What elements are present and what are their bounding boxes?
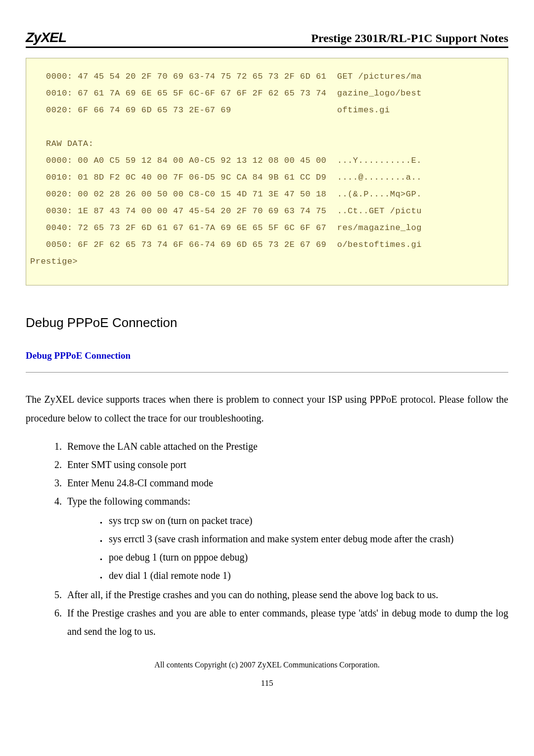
step-item: If the Prestige crashes and you are able… xyxy=(64,604,508,641)
document-title: Prestige 2301R/RL-P1C Support Notes xyxy=(311,32,508,45)
section-heading: Debug PPPoE Connection xyxy=(26,315,508,331)
page-container: ZyXEL Prestige 2301R/RL-P1C Support Note… xyxy=(0,0,534,708)
step-item: Remove the LAN cable attached on the Pre… xyxy=(64,437,508,456)
page-number: 115 xyxy=(26,678,508,688)
step-item: Enter SMT using console port xyxy=(64,456,508,474)
page-header: ZyXEL Prestige 2301R/RL-P1C Support Note… xyxy=(26,30,508,48)
sub-command-list: sys trcp sw on (turn on packet trace) sy… xyxy=(67,512,508,585)
sub-command-item: dev dial 1 (dial remote node 1) xyxy=(107,567,508,585)
topic-link[interactable]: Debug PPPoE Connection xyxy=(26,350,508,361)
step-item-label: Type the following commands: xyxy=(67,496,190,507)
separator-line xyxy=(26,372,508,373)
hex-dump-block: 0000: 47 45 54 20 2F 70 69 63-74 75 72 6… xyxy=(26,58,508,285)
step-item: Type the following commands: sys trcp sw… xyxy=(64,492,508,585)
sub-command-item: poe debug 1 (turn on pppoe debug) xyxy=(107,548,508,567)
step-item: Enter Menu 24.8-CI command mode xyxy=(64,474,508,492)
steps-list: Remove the LAN cable attached on the Pre… xyxy=(26,437,508,641)
copyright-footer: All contents Copyright (c) 2007 ZyXEL Co… xyxy=(26,661,508,669)
brand-logo: ZyXEL xyxy=(26,30,66,46)
intro-paragraph: The ZyXEL device supports traces when th… xyxy=(26,390,508,427)
sub-command-item: sys trcp sw on (turn on packet trace) xyxy=(107,512,508,530)
step-item: After all, if the Prestige crashes and y… xyxy=(64,586,508,604)
sub-command-item: sys errctl 3 (save crash information and… xyxy=(107,530,508,548)
